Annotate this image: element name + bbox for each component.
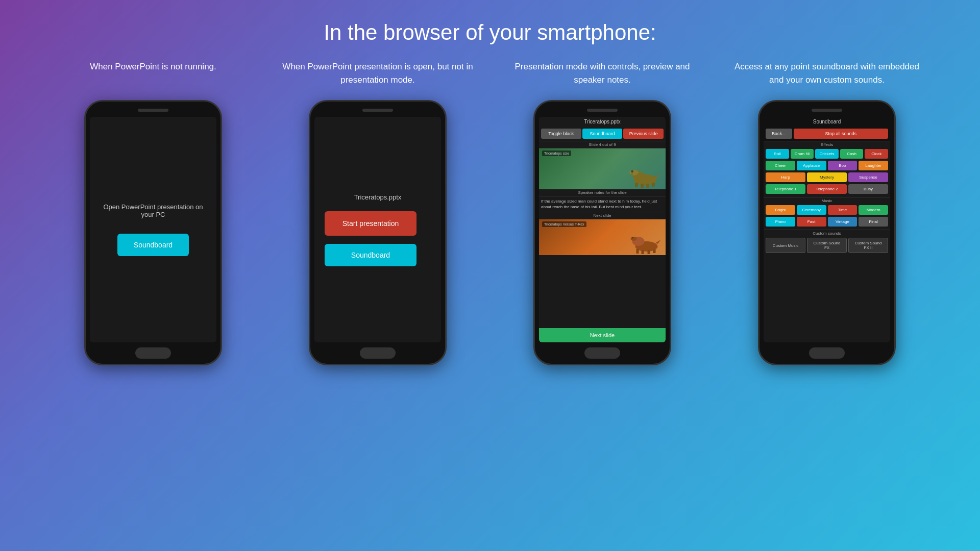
phone2-screen: Triceratops.pptx Start presentation Soun… bbox=[314, 117, 441, 342]
slide-counter: Slide 4 out of 9 bbox=[539, 141, 666, 148]
drum-fill-button[interactable]: Drum fill bbox=[791, 149, 814, 159]
mystery-button[interactable]: Mystery bbox=[807, 172, 847, 182]
current-slide-preview: Triceratops size bbox=[539, 148, 666, 189]
presentation-controls: Toggle black Soundboard Previous slide bbox=[539, 127, 666, 141]
phone-section-1: When PowerPoint is not running. Open Pow… bbox=[56, 60, 250, 365]
screen2-content: Triceratops.pptx Start presentation Soun… bbox=[314, 183, 441, 277]
harp-button[interactable]: Harp bbox=[766, 172, 805, 182]
svg-rect-15 bbox=[648, 250, 650, 254]
previous-slide-button[interactable]: Previous slide bbox=[623, 129, 664, 139]
page-title: In the browser of your smartphone: bbox=[0, 0, 980, 60]
suspense-button[interactable]: Suspense bbox=[848, 172, 888, 182]
phone3-caption: Presentation mode with controls, preview… bbox=[505, 60, 699, 91]
stop-all-sounds-button[interactable]: Stop all sounds bbox=[794, 129, 888, 139]
next-slide-button[interactable]: Next slide bbox=[539, 328, 666, 342]
speaker-notes-text: If the average sized man could stand nex… bbox=[539, 196, 666, 212]
phone1-home-button bbox=[135, 347, 171, 359]
phone3-frame: Triceratops.pptx Toggle black Soundboard… bbox=[533, 100, 671, 365]
laughter-button[interactable]: Laughter bbox=[859, 161, 888, 170]
telephone2-button[interactable]: Telephone 2 bbox=[807, 184, 847, 194]
svg-rect-13 bbox=[636, 249, 639, 254]
effects-row-4: Telephone 1 Telephone 2 Busy bbox=[764, 183, 890, 195]
svg-rect-5 bbox=[635, 183, 638, 187]
boo-button[interactable]: Boo bbox=[828, 161, 857, 170]
next-slide-preview: Triceratops Versus T-Rex bbox=[539, 219, 666, 255]
phones-container: When PowerPoint is not running. Open Pow… bbox=[0, 60, 980, 365]
svg-rect-4 bbox=[631, 173, 633, 175]
phone1-frame: Open PowerPoint presentation on your PC … bbox=[84, 100, 222, 365]
music-label: Music bbox=[764, 197, 890, 204]
screen1-message: Open PowerPoint presentation on your PC bbox=[100, 203, 206, 218]
effects-row-2: Cheer Applause Boo Laughter bbox=[764, 160, 890, 171]
speaker-notes-label: Speaker notes for the slide bbox=[539, 189, 666, 196]
phone3-home-button bbox=[584, 347, 620, 359]
phone-section-2: When PowerPoint presentation is open, bu… bbox=[281, 60, 475, 365]
svg-point-12 bbox=[632, 237, 633, 239]
custom-sounds-row: Custom Music Custom Sound FX Custom Soun… bbox=[764, 237, 890, 254]
phone4-screen: Soundboard Back... Stop all sounds Effec… bbox=[764, 117, 890, 342]
applause-button[interactable]: Applause bbox=[797, 161, 826, 170]
start-presentation-button[interactable]: Start presentation bbox=[325, 211, 416, 236]
telephone1-button[interactable]: Telephone 1 bbox=[766, 184, 805, 194]
music-row-2: Piano Fast Vintage Final bbox=[764, 216, 890, 228]
fast-button[interactable]: Fast bbox=[797, 217, 826, 227]
piano-button[interactable]: Piano bbox=[766, 217, 795, 227]
screen3-content: Triceratops.pptx Toggle black Soundboard… bbox=[539, 117, 666, 342]
soundboard-button[interactable]: Soundboard bbox=[582, 129, 623, 139]
presentation-title-bar: Triceratops.pptx bbox=[539, 117, 666, 127]
phone-section-4: Access at any point soundboard with embe… bbox=[730, 60, 924, 365]
phone1-soundboard-button[interactable]: Soundboard bbox=[117, 234, 189, 256]
phone4-frame: Soundboard Back... Stop all sounds Effec… bbox=[758, 100, 896, 365]
ceremony-button[interactable]: Ceremony bbox=[797, 205, 826, 215]
svg-point-11 bbox=[631, 237, 637, 241]
svg-rect-16 bbox=[653, 249, 656, 253]
svg-rect-7 bbox=[646, 184, 649, 188]
effects-row-3: Harp Mystery Suspense bbox=[764, 171, 890, 183]
phone2-home-button bbox=[360, 347, 396, 359]
custom-sound-fx-button[interactable]: Custom Sound FX bbox=[807, 238, 847, 253]
time-button[interactable]: Time bbox=[828, 205, 857, 215]
phone1-speaker bbox=[138, 109, 168, 112]
clock-button[interactable]: Clock bbox=[865, 149, 888, 159]
screen1-content: Open PowerPoint presentation on your PC … bbox=[90, 193, 216, 266]
next-slide-label: Next slide bbox=[539, 212, 666, 219]
svg-rect-14 bbox=[642, 250, 644, 254]
cash-button[interactable]: Cash bbox=[840, 149, 864, 159]
phone4-home-button bbox=[809, 347, 845, 359]
effects-label: Effects bbox=[764, 141, 890, 148]
soundboard-screen: Soundboard Back... Stop all sounds Effec… bbox=[764, 117, 890, 342]
custom-sound-fx2-button[interactable]: Custom Sound FX II bbox=[848, 238, 888, 253]
svg-rect-6 bbox=[641, 184, 644, 188]
soundboard-back-button[interactable]: Back... bbox=[766, 129, 792, 139]
phone2-speaker bbox=[362, 109, 393, 112]
phone2-frame: Triceratops.pptx Start presentation Soun… bbox=[309, 100, 447, 365]
phone3-speaker bbox=[587, 109, 618, 112]
phone4-speaker bbox=[812, 109, 842, 112]
effects-row-1: Roll Drum fill Crickets Cash Clock bbox=[764, 148, 890, 160]
svg-point-3 bbox=[631, 170, 633, 172]
custom-sounds-label: Custom sounds bbox=[764, 230, 890, 237]
phone1-screen: Open PowerPoint presentation on your PC … bbox=[90, 117, 216, 342]
final-button[interactable]: Final bbox=[859, 217, 888, 227]
svg-point-2 bbox=[629, 170, 639, 176]
cheer-button[interactable]: Cheer bbox=[766, 161, 795, 170]
bright-button[interactable]: Bright bbox=[766, 205, 795, 215]
svg-rect-8 bbox=[652, 183, 655, 187]
roll-button[interactable]: Roll bbox=[766, 149, 789, 159]
phone2-caption: When PowerPoint presentation is open, bu… bbox=[281, 60, 475, 91]
screen2-filename: Triceratops.pptx bbox=[325, 193, 431, 201]
crickets-button[interactable]: Crickets bbox=[815, 149, 839, 159]
soundboard-title: Soundboard bbox=[764, 117, 890, 127]
toggle-black-button[interactable]: Toggle black bbox=[541, 129, 581, 139]
phone2-soundboard-button[interactable]: Soundboard bbox=[325, 244, 416, 266]
busy-button[interactable]: Busy bbox=[848, 184, 888, 194]
vintage-button[interactable]: Vintage bbox=[828, 217, 857, 227]
custom-music-button[interactable]: Custom Music bbox=[766, 238, 805, 253]
phone1-caption: When PowerPoint is not running. bbox=[90, 60, 216, 91]
phone-section-3: Presentation mode with controls, preview… bbox=[505, 60, 699, 365]
phone4-caption: Access at any point soundboard with embe… bbox=[730, 60, 924, 91]
music-row-1: Bright Ceremony Time Modern bbox=[764, 204, 890, 216]
phone3-screen: Triceratops.pptx Toggle black Soundboard… bbox=[539, 117, 666, 342]
modern-button[interactable]: Modern bbox=[859, 205, 888, 215]
soundboard-nav: Back... Stop all sounds bbox=[764, 127, 890, 141]
